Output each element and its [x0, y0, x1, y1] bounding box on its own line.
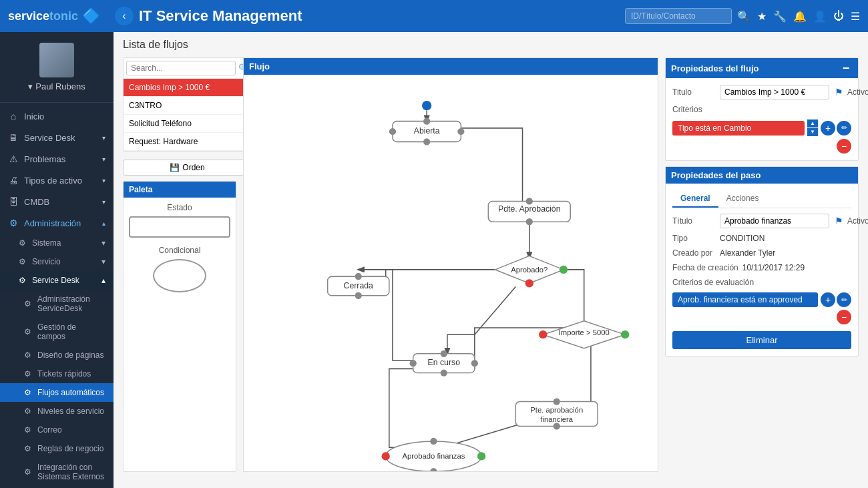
minimize-flow-properties-button[interactable]: −	[839, 61, 853, 75]
gear-icon: ⚙	[24, 425, 33, 435]
step-creado-value: Alexander Tyler	[720, 248, 775, 258]
sidebar-sub-diseno-paginas[interactable]: ⚙ Diseño de páginas	[0, 346, 114, 364]
add-criteria-button[interactable]: +	[821, 121, 835, 136]
flow-list-item-0[interactable]: Cambios Imp > 1000 €	[124, 79, 251, 97]
sidebar-sub-servicedesk[interactable]: ⚙ Service Desk ▴	[0, 271, 114, 290]
condicional-label: Condicional	[129, 246, 230, 255]
back-button[interactable]: ‹	[115, 7, 134, 25]
step-tabs: General Acciones	[672, 190, 851, 208]
criteria-tag-tipo[interactable]: Tipo está en Cambio	[672, 121, 805, 136]
main-content: Lista de flujos 🔍 Cambios Imp > 1000 €	[114, 32, 868, 488]
scroll-down-button[interactable]: ▼	[807, 128, 818, 136]
sidebar-item-inicio[interactable]: ⌂ Inicio	[0, 105, 114, 127]
warning-icon: ⚠	[8, 154, 19, 164]
step-add-criteria-button[interactable]: +	[821, 292, 835, 307]
flow-diagram-body[interactable]: Abierta Pdte. Aprobación Aprobado?	[244, 75, 658, 471]
sidebar-sub-correo[interactable]: ⚙ Correo	[0, 421, 114, 439]
arrow-abierta-pdte	[454, 128, 522, 210]
tab-general[interactable]: General	[672, 190, 718, 208]
bell-icon[interactable]: 🔔	[793, 10, 807, 23]
sidebar-sub-gestion-campos[interactable]: ⚙ Gestión de campos	[0, 318, 114, 346]
palette-content: Estado Condicional	[124, 198, 236, 298]
arrow-importe-pteaprobfin	[577, 345, 590, 410]
sidebar-sub-admin-sd[interactable]: ⚙ Administración ServiceDesk	[0, 290, 114, 318]
step-tipo-value: CONDITION	[720, 234, 765, 243]
sidebar-item-cmdb[interactable]: 🗄 CMDB ▾	[0, 191, 114, 212]
palette-estado[interactable]	[129, 216, 230, 238]
edit-criteria-button[interactable]: ✏	[837, 121, 851, 136]
flow-search-bar: 🔍	[124, 58, 251, 79]
node-abierta-top-dot	[423, 118, 430, 125]
sidebar-sub-flujos-automaticos[interactable]: ⚙ Flujos automáticos	[0, 383, 114, 402]
btn-eliminar[interactable]: Eliminar	[672, 331, 851, 349]
sidebar-item-tipos-activo[interactable]: 🖨 Tipos de activo ▾	[0, 170, 114, 191]
dot-cerrada-top	[355, 273, 362, 280]
step-criterios-label: Criterios de evaluación	[672, 278, 754, 287]
servicedesk-icon: 🖥	[8, 132, 19, 143]
scroll-up-button[interactable]: ▲	[807, 119, 818, 128]
step-add-edit-btns: + ✏	[821, 292, 851, 307]
sidebar-item-servicedesk[interactable]: 🖥 Service Desk ▾	[0, 127, 114, 148]
step-titulo-input[interactable]	[720, 214, 829, 228]
gear-icon: ⚙	[24, 388, 33, 397]
sidebar-sub-servicio[interactable]: ⚙ Servicio ▾	[0, 252, 114, 271]
search-input[interactable]	[625, 8, 732, 24]
power-icon[interactable]: ⏻	[833, 10, 844, 22]
flow-list-item-2[interactable]: Solicitud Teléfono	[124, 115, 251, 133]
chevron-down-icon: ▾	[102, 198, 105, 206]
node-aprobado-text: Aprobado?	[511, 266, 548, 274]
flag-icon: ⚑	[835, 87, 843, 97]
dot-encurso-top	[441, 350, 447, 357]
sidebar-item-problemas[interactable]: ⚠ Problemas ▾	[0, 148, 114, 170]
sidebar-item-administracion[interactable]: ⚙ Administración ▴	[0, 212, 114, 234]
btn-orden[interactable]: 💾 Orden	[123, 160, 252, 176]
gear-icon: ⚙	[24, 327, 33, 336]
flow-list-item-1[interactable]: C3NTRO	[124, 97, 251, 115]
step-criteria-tag[interactable]: Aprob. financiera está en approved	[672, 292, 818, 307]
search-icon[interactable]: 🔍	[737, 10, 750, 23]
sidebar-sub-tickets-rapidos[interactable]: ⚙ Tickets rápidos	[0, 364, 114, 383]
page-title: Lista de flujos	[123, 39, 859, 51]
prop-criterios-header-row: Criterios	[672, 105, 851, 114]
arrow-aprobado-encurso	[447, 286, 515, 353]
flow-diagram-header: Flujo	[244, 58, 658, 75]
dot-encurso-left	[410, 360, 417, 367]
menu-icon[interactable]: ☰	[851, 10, 860, 23]
remove-criteria-button[interactable]: −	[837, 139, 851, 154]
chevron-down-icon: ▾	[102, 134, 105, 142]
sidebar-sub-sistema[interactable]: ⚙ Sistema ▾	[0, 234, 114, 252]
flow-list-inner: 🔍 Cambios Imp > 1000 € C3NTRO Solicitud …	[123, 57, 252, 176]
step-criterios-header: Criterios de evaluación	[672, 278, 851, 287]
sidebar-sub-integracion[interactable]: ⚙ Integración con Sistemas Externos	[0, 458, 114, 486]
step-activo-label: Activo	[847, 216, 868, 226]
prop-titulo-row: Titulo ⚑ Activo	[672, 85, 851, 99]
node-en-curso-text: En curso	[428, 358, 461, 367]
node-abierta-left-dot	[389, 128, 396, 135]
flow-properties-panel: Propiedades del flujo − Titulo ⚑ Activo …	[665, 57, 859, 161]
logo: servicetonic 🔷	[8, 7, 115, 25]
flow-search-input[interactable]	[126, 61, 236, 75]
sidebar-sub-reglas-negocio[interactable]: ⚙ Reglas de negocio	[0, 439, 114, 458]
tab-acciones[interactable]: Acciones	[718, 190, 767, 208]
start-node	[422, 101, 431, 110]
gear-icon: ⚙	[24, 467, 33, 477]
wrench-icon[interactable]: 🔧	[773, 10, 787, 23]
user-icon[interactable]: 👤	[813, 10, 827, 23]
chevron-down-icon: ▾	[102, 156, 105, 163]
node-cerrada-text: Cerrada	[344, 281, 373, 290]
chevron-down-icon: ▾	[102, 177, 105, 184]
step-edit-criteria-button[interactable]: ✏	[837, 292, 851, 307]
gear-icon: ⚙	[19, 238, 28, 248]
prop-titulo-input[interactable]	[720, 85, 829, 99]
flow-list-container: 🔍 Cambios Imp > 1000 € C3NTRO Solicitud …	[123, 57, 252, 152]
sidebar-sub-niveles-servicio[interactable]: ⚙ Niveles de servicio	[0, 402, 114, 421]
sidebar: ▾ Paul Rubens ⌂ Inicio 🖥 Service Desk ▾ …	[0, 32, 114, 488]
flow-list-item-3[interactable]: Request: Hardware	[124, 133, 251, 151]
star-icon[interactable]: ★	[757, 10, 767, 23]
palette-condicional[interactable]	[153, 259, 206, 292]
main-layout: ▾ Paul Rubens ⌂ Inicio 🖥 Service Desk ▾ …	[0, 32, 868, 488]
step-remove-criteria-button[interactable]: −	[837, 310, 851, 324]
dot-importe-right	[621, 330, 629, 338]
chevron-down-icon: ▾	[101, 238, 105, 248]
gear-icon: ⚙	[19, 257, 28, 266]
